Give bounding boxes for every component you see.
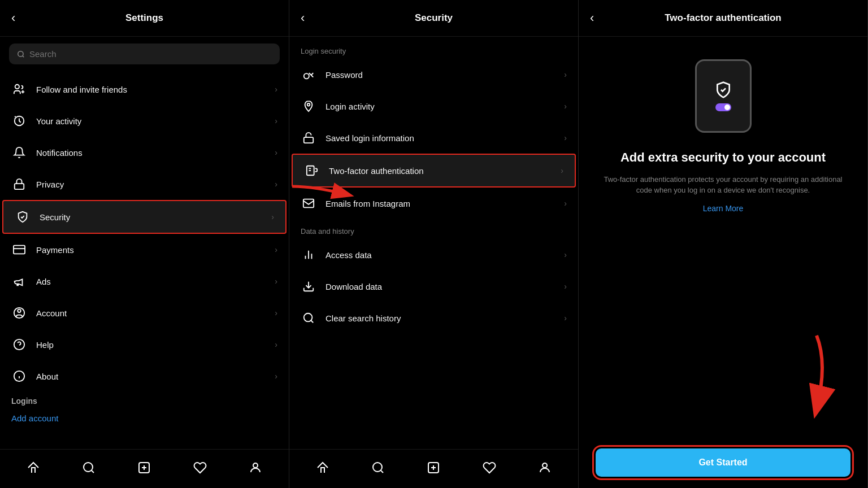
chevron-icon: › xyxy=(564,313,567,323)
chevron-icon: › xyxy=(564,133,567,142)
clock-icon xyxy=(11,113,27,129)
back-button-3[interactable]: ‹ xyxy=(590,11,594,25)
chevron-icon: › xyxy=(275,85,277,94)
chevron-icon: › xyxy=(271,212,274,221)
chevron-icon: › xyxy=(275,308,277,317)
svg-line-14 xyxy=(92,470,94,473)
follow-label: Follow and invite friends xyxy=(36,85,275,94)
security-label: Security xyxy=(40,212,271,222)
svg-line-1 xyxy=(23,55,24,57)
security-item-password[interactable]: Password › xyxy=(289,59,578,90)
search-clear-icon xyxy=(301,310,316,326)
sidebar-item-privacy[interactable]: Privacy › xyxy=(0,168,289,200)
emails-label: Emails from Instagram xyxy=(326,199,564,208)
key-icon xyxy=(301,67,316,82)
security-header: ‹ Security xyxy=(289,0,578,37)
security-item-clear-search[interactable]: Clear search history › xyxy=(289,302,578,334)
saved-login-label: Saved login information xyxy=(326,133,564,143)
svg-rect-25 xyxy=(303,199,314,208)
svg-line-33 xyxy=(381,470,383,473)
get-started-button[interactable]: Get Started xyxy=(596,448,850,477)
profile-nav-icon[interactable] xyxy=(243,459,268,477)
location-icon xyxy=(301,98,316,114)
2fa-title: Two-factor authentication xyxy=(665,12,782,24)
chevron-icon: › xyxy=(561,166,563,175)
settings-header: ‹ Settings xyxy=(0,0,289,37)
chevron-icon: › xyxy=(564,199,567,208)
account-label: Account xyxy=(36,308,275,318)
bottom-nav-2 xyxy=(289,449,578,488)
search-icon xyxy=(17,50,25,58)
chevron-icon: › xyxy=(275,340,277,349)
learn-more-link[interactable]: Learn More xyxy=(703,204,744,213)
2fa-header: ‹ Two-factor authentication xyxy=(579,0,867,37)
svg-line-31 xyxy=(311,320,313,323)
settings-menu: Follow and invite friends › Your activit… xyxy=(0,71,289,449)
notifications-label: Notifications xyxy=(36,148,275,158)
chevron-icon: › xyxy=(275,277,277,286)
privacy-label: Privacy xyxy=(36,180,275,189)
sidebar-item-about[interactable]: About › xyxy=(0,360,289,392)
chevron-icon: › xyxy=(275,116,277,125)
heart-nav-icon[interactable] xyxy=(188,459,212,477)
download-data-label: Download data xyxy=(326,282,564,291)
svg-rect-3 xyxy=(15,184,24,189)
password-label: Password xyxy=(326,70,564,80)
search-nav-icon-2[interactable] xyxy=(366,459,390,477)
search-input[interactable] xyxy=(29,49,272,59)
lock-icon xyxy=(11,176,27,192)
sidebar-item-security[interactable]: Security › xyxy=(2,200,287,234)
svg-point-7 xyxy=(18,310,21,313)
info-circle-icon xyxy=(11,368,27,384)
person-add-icon xyxy=(11,81,27,97)
svg-rect-21 xyxy=(304,137,314,143)
toggle-pill xyxy=(715,103,731,111)
sidebar-item-help[interactable]: Help › xyxy=(0,329,289,360)
security-item-emails[interactable]: Emails from Instagram › xyxy=(289,188,578,219)
shield-check-icon xyxy=(714,81,732,99)
profile-nav-icon-2[interactable] xyxy=(532,459,557,477)
security-item-saved-login[interactable]: Saved login information › xyxy=(289,122,578,154)
back-button[interactable]: ‹ xyxy=(11,11,15,25)
2fa-heading: Add extra security to your account xyxy=(620,150,826,166)
add-account-link[interactable]: Add account xyxy=(0,408,289,429)
home-nav-icon-2[interactable] xyxy=(310,459,335,477)
2fa-panel: ‹ Two-factor authentication Add extra se… xyxy=(579,0,868,488)
megaphone-icon xyxy=(11,273,27,289)
svg-point-32 xyxy=(373,463,382,472)
svg-point-19 xyxy=(304,73,309,79)
sidebar-item-notifications[interactable]: Notifications › xyxy=(0,137,289,168)
settings-panel: ‹ Settings Follow and invite friends › xyxy=(0,0,289,488)
data-history-label: Data and history xyxy=(289,219,578,239)
heart-nav-icon-2[interactable] xyxy=(477,459,502,477)
security-item-download-data[interactable]: Download data › xyxy=(289,271,578,302)
home-nav-icon[interactable] xyxy=(21,459,46,477)
logins-section-label: Logins xyxy=(0,392,289,408)
security-item-2fa[interactable]: Two-factor authentication › xyxy=(292,154,576,188)
chevron-icon: › xyxy=(564,102,567,111)
chevron-icon: › xyxy=(275,148,277,157)
security-item-access-data[interactable]: Access data › xyxy=(289,239,578,271)
security-item-login-activity[interactable]: Login activity › xyxy=(289,90,578,122)
sidebar-item-activity[interactable]: Your activity › xyxy=(0,105,289,137)
security-title: Security xyxy=(415,12,453,24)
add-nav-icon[interactable] xyxy=(132,459,157,477)
sidebar-item-ads[interactable]: Ads › xyxy=(0,265,289,297)
svg-point-0 xyxy=(18,51,23,56)
bar-chart-icon xyxy=(301,247,316,263)
sidebar-item-account[interactable]: Account › xyxy=(0,297,289,329)
svg-point-18 xyxy=(253,463,258,468)
add-nav-icon-2[interactable] xyxy=(421,459,446,477)
2fa-content: Add extra security to your account Two-f… xyxy=(579,37,867,488)
help-label: Help xyxy=(36,340,275,350)
sidebar-item-follow[interactable]: Follow and invite friends › xyxy=(0,73,289,105)
search-nav-icon[interactable] xyxy=(76,459,101,477)
login-security-label: Login security xyxy=(289,39,578,59)
chevron-icon: › xyxy=(564,250,567,259)
sidebar-item-payments[interactable]: Payments › xyxy=(0,234,289,265)
bottom-nav-1 xyxy=(0,449,289,488)
email-icon xyxy=(301,195,316,211)
search-bar[interactable] xyxy=(9,43,280,64)
back-button-2[interactable]: ‹ xyxy=(301,11,305,25)
chevron-icon: › xyxy=(275,180,277,189)
